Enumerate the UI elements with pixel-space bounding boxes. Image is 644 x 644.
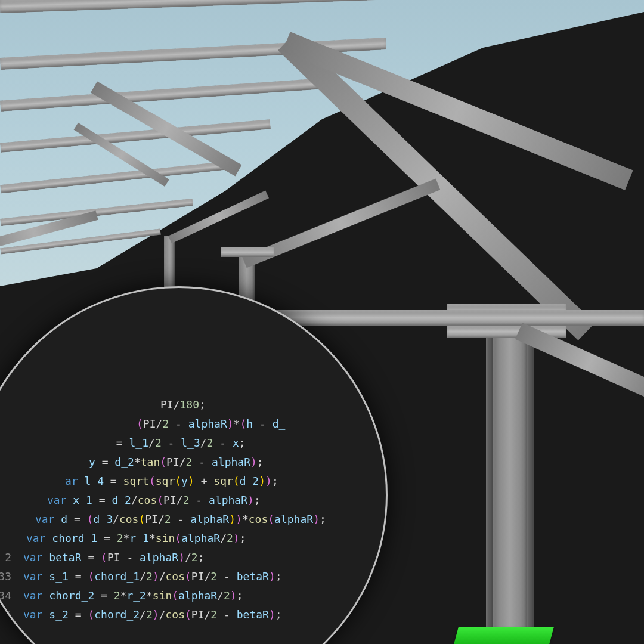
code-token-text: ; <box>237 589 243 602</box>
code-token-paren: ) <box>153 608 159 621</box>
code-token-operator: / <box>148 436 155 449</box>
code-token-text: ; <box>275 570 282 583</box>
code-token-paren: ) <box>247 494 254 506</box>
code-token-operator: = <box>104 475 123 487</box>
code-token-function: sqr <box>213 475 233 487</box>
code-token-paren: ) <box>269 570 275 583</box>
code-token-bracket-yellow: ( <box>233 475 240 487</box>
code-token-operator: * <box>242 513 249 525</box>
code-token-variable: d_ <box>273 417 286 430</box>
code-token-keyword: var <box>26 532 52 544</box>
code-line: 35var s_2 = (chord_2/2)/cos(PI/2 - betaR… <box>0 605 346 624</box>
code-token-variable: r_2 <box>126 589 146 602</box>
code-token-function: sin <box>156 532 175 544</box>
code-token-paren: ) <box>233 532 240 544</box>
code-token-bracket-yellow: ) <box>188 475 194 487</box>
code-token-text: ; <box>320 513 326 525</box>
code-token-keyword: var <box>23 551 49 564</box>
code-editor-content: PI/180;(PI/2 - alphaR)*(h - d_ = l_1/2 -… <box>0 395 346 644</box>
code-token-operator: / <box>217 589 224 602</box>
code-token-operator: - <box>253 417 273 430</box>
code-token-paren: ( <box>149 475 156 487</box>
code-token-paren: ) <box>178 551 185 564</box>
structural-column <box>492 310 528 632</box>
code-token-operator: - <box>217 570 237 583</box>
code-token-operator: / <box>185 551 191 564</box>
code-token-keyword: var <box>23 608 49 621</box>
code-token-bracket-yellow: ) <box>229 513 236 525</box>
code-token-bracket-yellow: ( <box>175 475 181 487</box>
connection-plate <box>221 247 274 257</box>
code-token-variable: s_2 <box>49 608 69 621</box>
code-token-text: ; <box>254 494 261 506</box>
code-token-text: PI <box>160 398 174 411</box>
code-token-paren: ) <box>153 570 159 583</box>
code-token-paren: ( <box>87 513 94 525</box>
code-token-operator: / <box>156 417 163 430</box>
code-token-number: 2 <box>146 608 153 621</box>
code-token-function: sin <box>153 589 172 602</box>
code-token-keyword: var <box>23 570 49 583</box>
code-token-paren: ( <box>157 494 163 506</box>
code-token-text: PI <box>107 551 120 564</box>
code-token-variable: x_1 <box>73 494 92 506</box>
code-token-text: PI <box>163 494 177 506</box>
code-token-operator: = <box>97 532 117 544</box>
code-token-variable: alphaR <box>188 417 227 430</box>
code-token-variable: r_1 <box>129 532 149 544</box>
code-token-operator: / <box>159 570 166 583</box>
code-token-number: 2 <box>186 456 193 468</box>
code-token-number: 2 <box>183 494 190 506</box>
code-token-text: ; <box>198 551 205 564</box>
code-token-paren: ( <box>185 608 191 621</box>
code-line: y = d_2*tan(PI/2 - alphaR); <box>55 453 346 472</box>
code-token-keyword: var <box>23 589 49 602</box>
code-token-operator: - <box>217 608 237 621</box>
code-token-variable: s_1 <box>49 570 69 583</box>
code-line: 2var betaR = (PI - alphaR)/2; <box>0 548 346 567</box>
code-token-function: cos <box>119 513 139 525</box>
code-token-variable: alphaR <box>209 494 247 506</box>
code-token-operator: / <box>113 513 119 525</box>
code-token-variable: d_2 <box>112 494 131 506</box>
code-token-operator: - <box>162 436 181 449</box>
code-token-function: sqrt <box>123 475 149 487</box>
code-token-paren: ( <box>137 417 143 430</box>
code-line: (PI/2 - alphaR)*(h - d_ <box>103 414 346 434</box>
code-token-function: sqr <box>156 475 175 487</box>
code-token-variable: chord_1 <box>94 570 140 583</box>
code-line: var d = (d_3/cos(PI/2 - alphaR))*cos(alp… <box>2 510 346 529</box>
code-token-operator: = <box>82 551 101 564</box>
code-token-number: 2 <box>117 532 123 544</box>
code-token-variable: l_3 <box>181 436 200 449</box>
code-token-text: PI <box>166 456 179 468</box>
code-token-text: ; <box>240 532 246 544</box>
code-token-paren: ) <box>230 589 237 602</box>
code-token-variable: d_3 <box>94 513 113 525</box>
code-token-keyword: ar <box>65 475 85 487</box>
code-token-operator: - <box>189 494 209 506</box>
code-token-bracket-yellow: ) <box>259 475 265 487</box>
code-token-variable: chord_1 <box>52 532 97 544</box>
code-token-keyword: var <box>47 494 73 506</box>
code-token-number: 180 <box>180 398 200 411</box>
code-token-function: cos <box>165 570 185 583</box>
code-line: = l_1/2 - l_3/2 - x; <box>76 434 346 453</box>
code-token-variable: l_4 <box>85 475 104 487</box>
line-number: 33 <box>0 567 11 586</box>
code-token-paren: ) <box>265 475 272 487</box>
code-token-text: PI <box>191 608 205 621</box>
code-token-operator: / <box>174 398 180 411</box>
code-token-number: 2 <box>114 589 120 602</box>
code-token-number: 2 <box>155 436 162 449</box>
code-token-operator: = <box>110 436 129 449</box>
code-line: var chord_1 = 2*r_1*sin(alphaR/2); <box>0 529 346 548</box>
code-token-variable: chord_2 <box>49 589 94 602</box>
code-token-number: 2 <box>146 570 153 583</box>
code-token-operator: / <box>159 608 166 621</box>
code-token-variable: y <box>181 475 188 487</box>
code-token-operator: * <box>120 589 127 602</box>
code-line: ar l_4 = sqrt(sqr(y) + sqr(d_2)); <box>32 472 346 491</box>
code-line: 33var s_1 = (chord_1/2)/cos(PI/2 - betaR… <box>0 567 346 586</box>
code-token-paren: ) <box>313 513 320 525</box>
